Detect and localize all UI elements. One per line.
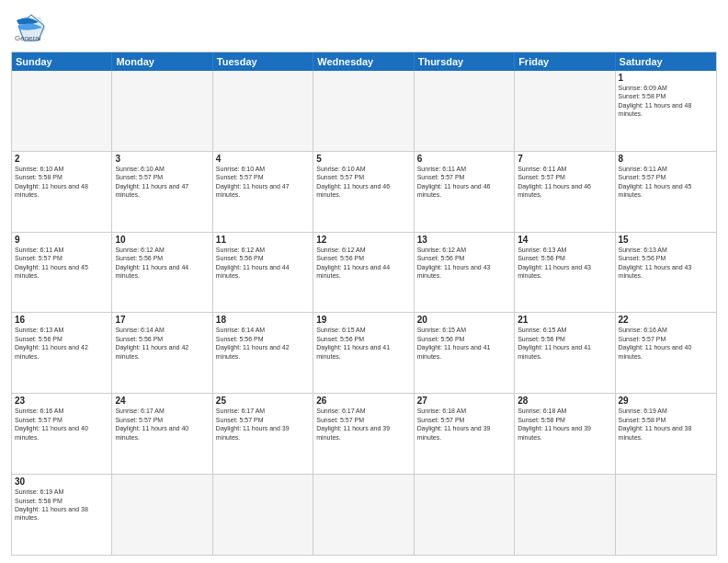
empty-cell — [313, 71, 414, 151]
weekday-header-monday: Monday — [112, 52, 212, 71]
day-number: 11 — [216, 235, 310, 245]
day-number: 23 — [15, 396, 108, 406]
day-number: 4 — [216, 154, 310, 164]
day-number: 16 — [15, 315, 108, 325]
day-info: Sunrise: 6:13 AM Sunset: 5:56 PM Dayligh… — [15, 326, 108, 361]
empty-cell — [616, 475, 716, 555]
calendar-week-1: 1Sunrise: 6:09 AM Sunset: 5:58 PM Daylig… — [12, 71, 716, 151]
day-number: 10 — [115, 235, 209, 245]
empty-cell — [12, 71, 112, 151]
calendar-week-3: 9Sunrise: 6:11 AM Sunset: 5:57 PM Daylig… — [12, 232, 716, 313]
empty-cell — [213, 475, 313, 555]
weekday-header-friday: Friday — [515, 52, 615, 71]
day-cell-20: 20Sunrise: 6:15 AM Sunset: 5:56 PM Dayli… — [415, 313, 515, 393]
header: General — [11, 9, 717, 46]
day-number: 13 — [417, 235, 511, 245]
day-info: Sunrise: 6:12 AM Sunset: 5:56 PM Dayligh… — [216, 246, 310, 281]
day-info: Sunrise: 6:12 AM Sunset: 5:56 PM Dayligh… — [115, 246, 209, 281]
day-cell-7: 7Sunrise: 6:11 AM Sunset: 5:57 PM Daylig… — [515, 152, 615, 232]
day-info: Sunrise: 6:13 AM Sunset: 5:56 PM Dayligh… — [619, 246, 713, 281]
weekday-header-wednesday: Wednesday — [313, 52, 414, 71]
day-info: Sunrise: 6:11 AM Sunset: 5:57 PM Dayligh… — [518, 165, 611, 200]
empty-cell — [415, 71, 515, 151]
day-number: 14 — [518, 235, 611, 245]
day-info: Sunrise: 6:11 AM Sunset: 5:57 PM Dayligh… — [417, 165, 511, 200]
day-info: Sunrise: 6:11 AM Sunset: 5:57 PM Dayligh… — [619, 165, 713, 200]
day-info: Sunrise: 6:18 AM Sunset: 5:58 PM Dayligh… — [518, 407, 611, 442]
day-number: 2 — [15, 154, 108, 164]
day-cell-6: 6Sunrise: 6:11 AM Sunset: 5:57 PM Daylig… — [415, 152, 515, 232]
day-info: Sunrise: 6:14 AM Sunset: 5:56 PM Dayligh… — [216, 326, 310, 361]
day-cell-16: 16Sunrise: 6:13 AM Sunset: 5:56 PM Dayli… — [12, 313, 112, 393]
day-number: 1 — [619, 73, 713, 83]
day-number: 12 — [316, 235, 410, 245]
day-cell-12: 12Sunrise: 6:12 AM Sunset: 5:56 PM Dayli… — [313, 233, 414, 313]
page: General SundayMondayTuesdayWednesdayThur… — [0, 0, 728, 563]
day-number: 20 — [417, 315, 511, 325]
day-cell-29: 29Sunrise: 6:19 AM Sunset: 5:58 PM Dayli… — [616, 394, 716, 474]
day-cell-9: 9Sunrise: 6:11 AM Sunset: 5:57 PM Daylig… — [12, 233, 112, 313]
empty-cell — [515, 475, 615, 555]
svg-text:General: General — [15, 34, 41, 42]
day-info: Sunrise: 6:15 AM Sunset: 5:56 PM Dayligh… — [518, 326, 611, 361]
day-info: Sunrise: 6:16 AM Sunset: 5:57 PM Dayligh… — [15, 407, 108, 442]
day-cell-24: 24Sunrise: 6:17 AM Sunset: 5:57 PM Dayli… — [112, 394, 212, 474]
day-number: 21 — [518, 315, 611, 325]
day-cell-2: 2Sunrise: 6:10 AM Sunset: 5:58 PM Daylig… — [12, 152, 112, 232]
day-info: Sunrise: 6:17 AM Sunset: 5:57 PM Dayligh… — [316, 407, 410, 442]
day-number: 8 — [619, 154, 713, 164]
day-info: Sunrise: 6:16 AM Sunset: 5:57 PM Dayligh… — [619, 326, 713, 361]
day-number: 26 — [316, 396, 410, 406]
day-info: Sunrise: 6:10 AM Sunset: 5:58 PM Dayligh… — [15, 165, 108, 200]
day-cell-17: 17Sunrise: 6:14 AM Sunset: 5:56 PM Dayli… — [112, 313, 212, 393]
day-number: 28 — [518, 396, 611, 406]
day-number: 30 — [15, 477, 108, 487]
day-info: Sunrise: 6:19 AM Sunset: 5:58 PM Dayligh… — [619, 407, 713, 442]
day-info: Sunrise: 6:10 AM Sunset: 5:57 PM Dayligh… — [316, 165, 410, 200]
calendar-week-4: 16Sunrise: 6:13 AM Sunset: 5:56 PM Dayli… — [12, 312, 716, 393]
day-number: 7 — [518, 154, 611, 164]
day-cell-28: 28Sunrise: 6:18 AM Sunset: 5:58 PM Dayli… — [515, 394, 615, 474]
calendar-week-2: 2Sunrise: 6:10 AM Sunset: 5:58 PM Daylig… — [12, 151, 716, 232]
day-info: Sunrise: 6:12 AM Sunset: 5:56 PM Dayligh… — [316, 246, 410, 281]
calendar-week-5: 23Sunrise: 6:16 AM Sunset: 5:57 PM Dayli… — [12, 393, 716, 474]
day-info: Sunrise: 6:10 AM Sunset: 5:57 PM Dayligh… — [115, 165, 209, 200]
empty-cell — [313, 475, 414, 555]
day-number: 27 — [417, 396, 511, 406]
calendar: SundayMondayTuesdayWednesdayThursdayFrid… — [11, 52, 717, 556]
day-cell-25: 25Sunrise: 6:17 AM Sunset: 5:57 PM Dayli… — [213, 394, 313, 474]
day-cell-8: 8Sunrise: 6:11 AM Sunset: 5:57 PM Daylig… — [616, 152, 716, 232]
empty-cell — [415, 475, 515, 555]
day-cell-13: 13Sunrise: 6:12 AM Sunset: 5:56 PM Dayli… — [415, 233, 515, 313]
day-info: Sunrise: 6:17 AM Sunset: 5:57 PM Dayligh… — [216, 407, 310, 442]
empty-cell — [112, 475, 212, 555]
day-cell-26: 26Sunrise: 6:17 AM Sunset: 5:57 PM Dayli… — [313, 394, 414, 474]
day-number: 18 — [216, 315, 310, 325]
day-cell-11: 11Sunrise: 6:12 AM Sunset: 5:56 PM Dayli… — [213, 233, 313, 313]
day-info: Sunrise: 6:11 AM Sunset: 5:57 PM Dayligh… — [15, 246, 108, 281]
day-cell-4: 4Sunrise: 6:10 AM Sunset: 5:57 PM Daylig… — [213, 152, 313, 232]
day-number: 6 — [417, 154, 511, 164]
day-number: 5 — [316, 154, 410, 164]
day-cell-3: 3Sunrise: 6:10 AM Sunset: 5:57 PM Daylig… — [112, 152, 212, 232]
empty-cell — [213, 71, 313, 151]
day-cell-15: 15Sunrise: 6:13 AM Sunset: 5:56 PM Dayli… — [616, 233, 716, 313]
day-info: Sunrise: 6:10 AM Sunset: 5:57 PM Dayligh… — [216, 165, 310, 200]
day-cell-5: 5Sunrise: 6:10 AM Sunset: 5:57 PM Daylig… — [313, 152, 414, 232]
weekday-header-saturday: Saturday — [616, 52, 716, 71]
day-info: Sunrise: 6:15 AM Sunset: 5:56 PM Dayligh… — [417, 326, 511, 361]
calendar-header: SundayMondayTuesdayWednesdayThursdayFrid… — [12, 52, 716, 71]
day-number: 29 — [619, 396, 713, 406]
day-cell-21: 21Sunrise: 6:15 AM Sunset: 5:56 PM Dayli… — [515, 313, 615, 393]
day-number: 9 — [15, 235, 108, 245]
day-info: Sunrise: 6:15 AM Sunset: 5:56 PM Dayligh… — [316, 326, 410, 361]
day-number: 17 — [115, 315, 209, 325]
weekday-header-tuesday: Tuesday — [213, 52, 313, 71]
day-info: Sunrise: 6:18 AM Sunset: 5:57 PM Dayligh… — [417, 407, 511, 442]
logo-icon: General — [11, 13, 51, 46]
day-number: 22 — [619, 315, 713, 325]
day-number: 15 — [619, 235, 713, 245]
day-number: 24 — [115, 396, 209, 406]
day-number: 19 — [316, 315, 410, 325]
day-cell-1: 1Sunrise: 6:09 AM Sunset: 5:58 PM Daylig… — [616, 71, 716, 151]
